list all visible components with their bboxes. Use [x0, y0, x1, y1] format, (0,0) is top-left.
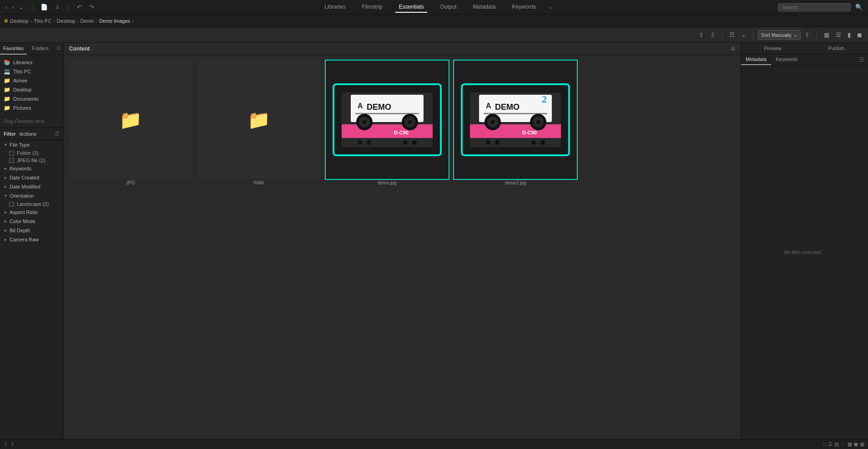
item-raw[interactable]: 📁 RAW	[197, 61, 320, 190]
filter-btn[interactable]: ☶	[727, 30, 737, 40]
filter-keywords-header[interactable]: ► Keywords	[0, 164, 63, 173]
view-mode-btn2[interactable]: ☰	[833, 30, 843, 40]
back-btn[interactable]: ‹	[4, 3, 9, 11]
tab-favorites[interactable]: Favorites	[0, 43, 27, 55]
status-bar: ⇧ ⇩ □ ☰ ▨ ⋮ ▩ ◼ ▦	[0, 439, 868, 449]
view-mode-btn1[interactable]: ▦	[822, 30, 832, 40]
right-tab-publish[interactable]: Publish	[805, 43, 868, 54]
right-tab-preview[interactable]: Preview	[741, 43, 805, 54]
top-nav: ‹ › ⌄ 📄 ⇩ ↶ ↷ Libraries Filmstrip Essent…	[0, 0, 868, 15]
nav-dropdown-btn[interactable]: ⌄	[17, 3, 25, 11]
filter-aspectratio: ► Aspect Ratio	[0, 208, 63, 217]
landscape-checkbox[interactable]	[9, 202, 14, 207]
item-jpg[interactable]: 📁 JPG	[69, 61, 192, 190]
status-down-btn[interactable]: ⇩	[10, 441, 15, 447]
undo-btn[interactable]: ↶	[75, 3, 84, 11]
cassette1-wrapper: A DEMO D-C90	[333, 83, 442, 156]
svg-text:D-C90: D-C90	[522, 130, 537, 135]
status-icon-5[interactable]: ▩	[848, 441, 852, 447]
status-icon-7[interactable]: ▦	[860, 441, 864, 447]
nav-right: 🔍	[778, 3, 864, 11]
fav-aimee[interactable]: 📁 Aimee	[0, 76, 63, 85]
nav-action-btn[interactable]: ⇩	[53, 3, 62, 11]
fav-desktop[interactable]: 📁 Desktop	[0, 85, 63, 94]
filter-folder[interactable]: Folder (2)	[0, 149, 63, 157]
breadcrumb-demoimages[interactable]: Demo Images	[99, 18, 130, 24]
main-layout: Favorites Folders ☰ 📚 Libraries 💻 This P…	[0, 43, 868, 439]
content-header-menu[interactable]: ☰	[731, 46, 735, 52]
fav-pictures[interactable]: 📁 Pictures	[0, 103, 63, 112]
nav-arrows: ‹ › ⌄	[4, 3, 25, 11]
sections-label[interactable]: lections	[20, 131, 36, 137]
filter-keywords: ► Keywords	[0, 164, 63, 173]
filter-menu-btn[interactable]: ☰	[55, 131, 60, 137]
sort-ascending-btn[interactable]: ⇧	[696, 30, 706, 40]
more-tabs-btn[interactable]: ⌄	[549, 2, 553, 13]
right-panel-top-tabs: Preview Publish	[741, 43, 868, 54]
orientation-arrow: ▼	[4, 194, 8, 198]
filter-datecreated-header[interactable]: ► Date Created	[0, 173, 63, 182]
redo-btn[interactable]: ↷	[87, 3, 96, 11]
filter-dropdown-btn[interactable]: ⌄	[739, 30, 748, 40]
sort-descending-btn[interactable]: ⇩	[708, 30, 717, 40]
search-btn[interactable]: 🔍	[853, 3, 864, 11]
filter-colormode-header[interactable]: ► Color Mode	[0, 217, 63, 226]
right-meta-tab-keywords[interactable]: Keywords	[771, 54, 802, 65]
jpg-folder-icon: 📁	[119, 109, 142, 131]
status-icon-3[interactable]: ▨	[834, 441, 839, 447]
view-mode-btn3[interactable]: ▮	[845, 30, 853, 40]
item-demo1[interactable]: A DEMO D-C90	[326, 61, 449, 190]
tab-folders[interactable]: Folders	[27, 43, 54, 55]
filter-bitdepth-header[interactable]: ► Bit Depth	[0, 226, 63, 235]
breadcrumb-desktop[interactable]: Desktop	[10, 18, 28, 24]
breadcrumb-demo[interactable]: Demo	[81, 18, 94, 24]
fav-thispc[interactable]: 💻 This PC	[0, 67, 63, 76]
folder-checkbox[interactable]	[9, 151, 14, 156]
svg-point-14	[408, 120, 412, 124]
aspectratio-arrow: ►	[4, 210, 8, 214]
forward-btn[interactable]: ›	[10, 3, 15, 11]
svg-point-17	[403, 140, 408, 145]
right-meta-tab-metadata[interactable]: Metadata	[741, 54, 771, 65]
folder-up-btn[interactable]: 📄	[39, 3, 50, 11]
status-icon-4[interactable]: ⋮	[841, 441, 846, 447]
toolbar: ⇧ ⇩ ☶ ⌄ Sort Manually ⌄ ⇧ ▦ ☰ ▮ ◼	[0, 27, 868, 43]
sort-dropdown[interactable]: Sort Manually ⌄	[758, 30, 801, 40]
filter-colormode: ► Color Mode	[0, 217, 63, 226]
item-demo2-thumb: A DEMO 2 D-C90	[454, 61, 577, 179]
filter-jpeg[interactable]: JPEG file (2)	[0, 157, 63, 164]
status-icon-1[interactable]: □	[823, 442, 826, 447]
toolbar-divider-2	[753, 31, 753, 39]
tab-keywords[interactable]: Keywords	[509, 2, 540, 13]
panel-menu-icon[interactable]: ☰	[54, 43, 63, 55]
right-meta-menu-btn[interactable]: ☰	[856, 54, 868, 65]
breadcrumb-thispc[interactable]: This PC	[34, 18, 51, 24]
filter-cameraraw-header[interactable]: ► Camera Raw	[0, 235, 63, 244]
tab-output[interactable]: Output	[436, 2, 460, 13]
tab-filmstrip[interactable]: Filmstrip	[358, 2, 386, 13]
item-jpg-thumb: 📁	[69, 61, 192, 179]
filter-landscape[interactable]: Landscape (2)	[0, 200, 63, 208]
tab-metadata[interactable]: Metadata	[469, 2, 500, 13]
jpeg-checkbox[interactable]	[9, 158, 14, 163]
status-up-btn[interactable]: ⇧	[4, 441, 8, 447]
filter-aspectratio-header[interactable]: ► Aspect Ratio	[0, 208, 63, 217]
status-icon-2[interactable]: ☰	[828, 441, 833, 447]
right-panel: Preview Publish Metadata Keywords ☰ No f…	[741, 43, 868, 439]
item-raw-thumb: 📁	[197, 61, 320, 179]
fav-libraries[interactable]: 📚 Libraries	[0, 58, 63, 67]
filter-filetype-header[interactable]: ▼ File Type	[0, 140, 63, 149]
content-area: Content ☰ 📁 JPG 📁 RAW	[64, 43, 741, 439]
view-mode-btn4[interactable]: ◼	[855, 30, 864, 40]
search-input[interactable]	[778, 3, 851, 11]
filter-orientation-header[interactable]: ▼ Orientation	[0, 191, 63, 200]
fav-documents[interactable]: 📁 Documents	[0, 94, 63, 103]
breadcrumb-desktop2[interactable]: Desktop	[57, 18, 75, 24]
tab-essentials[interactable]: Essentials	[395, 2, 428, 13]
filter-datemodified-header[interactable]: ► Date Modified	[0, 182, 63, 191]
sort-order-btn[interactable]: ⇧	[802, 30, 812, 40]
item-demo2[interactable]: A DEMO 2 D-C90	[454, 61, 577, 190]
content-title: Content	[69, 46, 90, 52]
tab-libraries[interactable]: Libraries	[321, 2, 349, 13]
status-icon-6[interactable]: ◼	[854, 441, 858, 447]
